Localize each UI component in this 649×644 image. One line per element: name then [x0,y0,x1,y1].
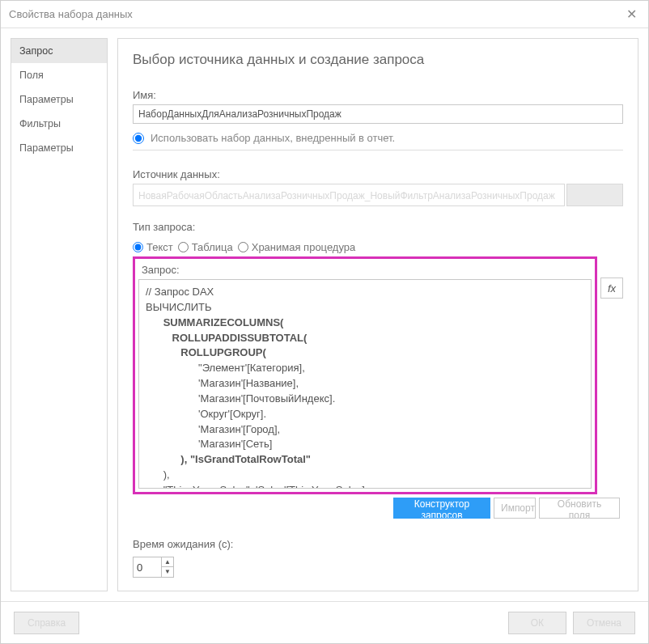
sidebar-item-query[interactable]: Запрос [11,39,107,63]
datasource-new-button[interactable] [566,184,623,206]
sidebar-item-filters[interactable]: Фильтры [11,112,107,136]
dialog-body: Запрос Поля Параметры Фильтры Параметры … [1,28,648,601]
qt-sproc-radio[interactable] [238,242,248,252]
dialog-title: Свойства набора данных [9,8,133,20]
timeout-input[interactable] [134,557,161,577]
qt-table-radio[interactable] [178,242,189,252]
refresh-fields-button[interactable]: Обновить поля [539,498,620,519]
query-designer-button[interactable]: Конструктор запросов [393,498,490,519]
close-icon[interactable]: ✕ [623,6,640,22]
spinner-up-icon[interactable]: ▲ [162,557,173,567]
embed-radio[interactable] [133,133,144,144]
name-label: Имя: [133,89,623,101]
sidebar-item-parameters-2[interactable]: Параметры [11,136,107,160]
dataset-properties-dialog: Свойства набора данных ✕ Запрос Поля Пар… [0,0,649,644]
timeout-spinner[interactable]: ▲ ▼ [133,557,174,578]
query-highlight-box: Запрос: // Запрос DAX ВЫЧИСЛИТЬ SUMMARIZ… [133,256,597,494]
datasource-label: Источник данных: [133,168,623,180]
main-panel: Выбор источника данных и создание запрос… [117,38,638,591]
qt-text-radio[interactable] [133,242,143,252]
timeout-label: Время ожидания (с): [133,538,623,550]
query-label: Запрос: [135,259,595,279]
cancel-button[interactable]: Отмена [573,612,635,634]
query-textarea[interactable]: // Запрос DAX ВЫЧИСЛИТЬ SUMMARIZECOLUMNS… [138,279,592,489]
spinner-down-icon[interactable]: ▼ [162,567,173,577]
divider [133,150,623,150]
import-button[interactable]: Импорт [494,498,536,519]
embed-label: Использовать набор данных, внедренный в … [151,132,395,144]
page-title: Выбор источника данных и создание запрос… [133,52,623,68]
name-input[interactable] [133,104,623,124]
fx-button[interactable]: fx [600,278,623,299]
titlebar: Свойства набора данных ✕ [1,1,648,28]
sidebar-item-parameters[interactable]: Параметры [11,87,107,112]
querytype-label: Тип запроса: [133,221,623,233]
ok-button[interactable]: ОК [508,612,566,634]
dialog-footer: Справка ОК Отмена [1,601,648,643]
help-button[interactable]: Справка [14,612,79,634]
sidebar: Запрос Поля Параметры Фильтры Параметры [11,38,108,591]
sidebar-item-fields[interactable]: Поля [11,63,107,87]
datasource-select[interactable]: НоваяРабочаяОбластьАнализаРозничныхПрода… [133,184,565,206]
